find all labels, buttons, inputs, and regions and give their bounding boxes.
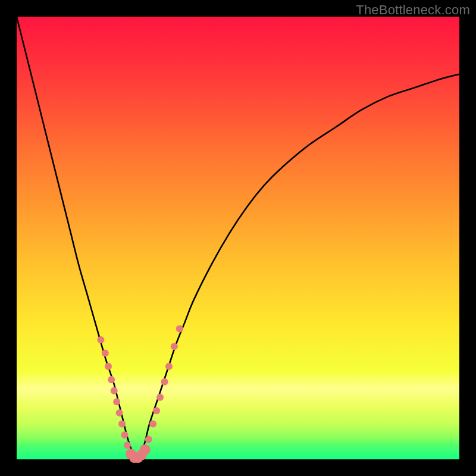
data-point-marker xyxy=(108,376,115,383)
data-point-marker xyxy=(111,387,118,394)
data-point-marker xyxy=(121,431,129,439)
plot-area xyxy=(17,17,459,459)
data-point-marker xyxy=(118,420,126,427)
curve-layer xyxy=(17,17,459,459)
data-point-marker xyxy=(161,378,168,386)
data-point-marker xyxy=(145,436,152,443)
data-point-marker xyxy=(102,349,109,356)
data-point-marker xyxy=(105,363,112,370)
data-point-marker xyxy=(124,441,131,449)
data-point-marker xyxy=(156,394,164,401)
data-point-marker xyxy=(113,398,120,405)
data-point-marker xyxy=(171,343,178,350)
data-point-marker xyxy=(149,420,156,427)
watermark-text: TheBottleneck.com xyxy=(356,2,470,18)
data-point-marker xyxy=(97,336,104,343)
data-point-marker xyxy=(140,444,151,455)
data-point-marker xyxy=(153,407,160,414)
data-point-marker xyxy=(176,325,183,333)
data-point-marker xyxy=(116,409,123,416)
data-point-marker xyxy=(165,363,173,370)
bottleneck-curve xyxy=(17,17,459,459)
chart-frame: TheBottleneck.com xyxy=(0,0,476,476)
